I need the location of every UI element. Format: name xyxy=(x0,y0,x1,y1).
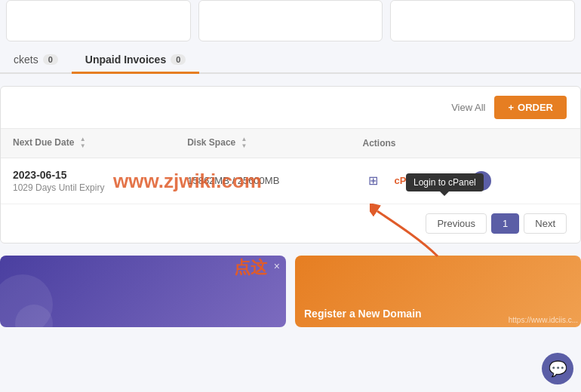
col-actions: Actions xyxy=(351,129,580,158)
expiry-value: 1029 Days Until Expiry xyxy=(13,182,163,193)
order-icon: + xyxy=(508,102,514,113)
promo-right-title: Register a New Domain xyxy=(304,308,422,320)
cell-date: 2023-06-15 1029 Days Until Expiry xyxy=(1,158,175,204)
tab-tickets[interactable]: ckets 0 xyxy=(0,47,72,74)
promo-card-left: × xyxy=(0,256,286,327)
order-button[interactable]: + ORDER xyxy=(494,96,567,119)
sort-arrows-date: ▲▼ xyxy=(80,136,86,150)
pagination: Previous 1 Next xyxy=(1,204,580,243)
col-next-due-date: Next Due Date ▲▼ xyxy=(1,129,175,158)
tabs-bar: ckets 0 Unpaid Invoices 0 xyxy=(0,41,581,74)
cell-disk: 15862MB / 25600MB xyxy=(175,158,350,204)
prev-page-button[interactable]: Previous xyxy=(426,213,487,234)
summary-card-2 xyxy=(198,0,383,41)
date-value: 2023-06-15 xyxy=(13,169,163,181)
col-disk-space: Disk Space ▲▼ xyxy=(175,129,350,158)
tab-unpaid-invoices-label: Unpaid Invoices xyxy=(85,54,166,66)
tab-tickets-label: ckets xyxy=(14,54,38,66)
promo-card-right: Register a New Domain https://www.idciis… xyxy=(295,256,581,327)
disk-value: 15862MB / 25600MB xyxy=(187,175,279,186)
bottom-promo-section: × Register a New Domain https://www.idci… xyxy=(0,256,581,327)
current-page-button[interactable]: 1 xyxy=(491,213,519,234)
promo-url-overlay: https://www.idciis.c... xyxy=(509,316,578,324)
panel-header: View All + ORDER xyxy=(1,87,580,129)
tab-tickets-badge: 0 xyxy=(43,54,58,65)
summary-card-3 xyxy=(390,0,575,41)
view-all-link[interactable]: View All xyxy=(451,102,485,113)
table-header-row: Next Due Date ▲▼ Disk Space ▲▼ Actions xyxy=(1,129,580,158)
table-row: 2023-06-15 1029 Days Until Expiry 15862M… xyxy=(1,158,580,204)
summary-card-1 xyxy=(6,0,191,41)
cpanel-tooltip: Login to cPanel xyxy=(406,173,484,191)
next-page-button[interactable]: Next xyxy=(524,213,567,234)
chat-bubble[interactable]: 💬 xyxy=(542,353,573,384)
order-label: ORDER xyxy=(518,102,553,113)
tab-unpaid-invoices-badge: 0 xyxy=(171,54,186,65)
tab-unpaid-invoices[interactable]: Unpaid Invoices 0 xyxy=(72,47,199,74)
chat-icon: 💬 xyxy=(549,360,567,378)
close-promo-left-button[interactable]: × xyxy=(274,260,280,272)
services-table: Next Due Date ▲▼ Disk Space ▲▼ Actions 2… xyxy=(1,129,580,204)
sort-arrows-disk: ▲▼ xyxy=(241,136,247,150)
grid-icon[interactable]: ⊞ xyxy=(363,170,384,191)
main-panel: View All + ORDER Next Due Date ▲▼ Disk S… xyxy=(0,86,581,243)
